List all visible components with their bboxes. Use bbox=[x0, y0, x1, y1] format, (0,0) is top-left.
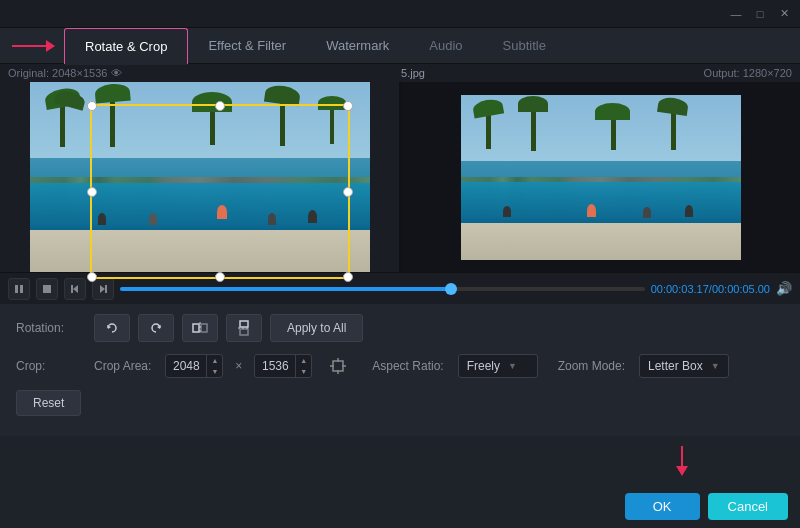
eye-icon[interactable]: 👁 bbox=[111, 67, 122, 79]
crop-width-up[interactable]: ▲ bbox=[207, 355, 222, 366]
crop-width-value: 2048 bbox=[166, 359, 206, 373]
crop-height-value: 1536 bbox=[255, 359, 295, 373]
svg-rect-6 bbox=[105, 285, 107, 293]
svg-rect-12 bbox=[240, 321, 248, 327]
zoom-mode-label: Zoom Mode: bbox=[558, 359, 625, 373]
ok-arrow-line bbox=[681, 446, 683, 466]
flip-vertical-button[interactable] bbox=[226, 314, 262, 342]
next-frame-button[interactable] bbox=[92, 278, 114, 300]
svg-rect-2 bbox=[43, 285, 51, 293]
rotation-label: Rotation: bbox=[16, 321, 86, 335]
rotate-ccw90-button[interactable] bbox=[94, 314, 130, 342]
volume-icon[interactable]: 🔊 bbox=[776, 281, 792, 296]
original-size-label: Original: 2048×1536 bbox=[8, 67, 107, 79]
tab-bar: Rotate & Crop Effect & Filter Watermark … bbox=[0, 28, 800, 64]
svg-rect-0 bbox=[15, 285, 18, 293]
filename-label: 5.jpg bbox=[401, 67, 425, 79]
play-button[interactable] bbox=[8, 278, 30, 300]
svg-rect-10 bbox=[201, 324, 207, 332]
reset-button[interactable]: Reset bbox=[16, 390, 81, 416]
zoom-mode-dropdown-icon: ▼ bbox=[711, 361, 720, 371]
ok-arrow-head bbox=[676, 466, 688, 476]
reset-row: Reset bbox=[16, 390, 784, 416]
progress-thumb[interactable] bbox=[445, 283, 457, 295]
tab-watermark[interactable]: Watermark bbox=[306, 28, 409, 64]
crop-width-spinbox[interactable]: 2048 ▲ ▼ bbox=[165, 354, 223, 378]
svg-rect-15 bbox=[333, 361, 343, 371]
apply-to-all-button[interactable]: Apply to All bbox=[270, 314, 363, 342]
crop-width-down[interactable]: ▼ bbox=[207, 366, 222, 377]
crop-height-down[interactable]: ▼ bbox=[296, 366, 311, 377]
crop-width-arrows[interactable]: ▲ ▼ bbox=[206, 355, 222, 377]
preview-info-bar: Original: 2048×1536 👁 5.jpg Output: 1280… bbox=[0, 64, 800, 82]
prev-frame-button[interactable] bbox=[64, 278, 86, 300]
crop-label: Crop: bbox=[16, 359, 86, 373]
preview-right-panel bbox=[401, 82, 800, 272]
cancel-button[interactable]: Cancel bbox=[708, 493, 788, 520]
preview-left-panel bbox=[0, 82, 401, 272]
tab-rotate-crop[interactable]: Rotate & Crop bbox=[64, 28, 188, 64]
tab-effect-filter[interactable]: Effect & Filter bbox=[188, 28, 306, 64]
crop-x-separator: × bbox=[231, 359, 246, 373]
bottom-bar: OK Cancel bbox=[613, 485, 800, 528]
center-icon[interactable] bbox=[324, 352, 352, 380]
progress-track[interactable] bbox=[120, 287, 645, 291]
svg-rect-1 bbox=[20, 285, 23, 293]
timeline-bar: 00:00:03.17/00:00:05.00 🔊 bbox=[0, 272, 800, 304]
crop-height-up[interactable]: ▲ bbox=[296, 355, 311, 366]
svg-rect-4 bbox=[71, 285, 73, 293]
maximize-button[interactable]: □ bbox=[752, 6, 768, 22]
aspect-ratio-dropdown-icon: ▼ bbox=[508, 361, 517, 371]
stop-button[interactable] bbox=[36, 278, 58, 300]
svg-marker-3 bbox=[73, 285, 78, 293]
crop-row: Crop: Crop Area: 2048 ▲ ▼ × 1536 ▲ ▼ bbox=[16, 352, 784, 380]
zoom-mode-select[interactable]: Letter Box ▼ bbox=[639, 354, 729, 378]
controls-area: Rotation: bbox=[0, 304, 800, 436]
aspect-ratio-label: Aspect Ratio: bbox=[372, 359, 443, 373]
crop-area-label: Crop Area: bbox=[94, 359, 151, 373]
title-bar: — □ ✕ bbox=[0, 0, 800, 28]
ok-button[interactable]: OK bbox=[625, 493, 700, 520]
tab-subtitle[interactable]: Subtitle bbox=[483, 28, 566, 64]
tab-audio[interactable]: Audio bbox=[409, 28, 482, 64]
minimize-button[interactable]: — bbox=[728, 6, 744, 22]
rotate-cw90-button[interactable] bbox=[138, 314, 174, 342]
preview-content bbox=[0, 82, 800, 272]
svg-rect-9 bbox=[193, 324, 199, 332]
aspect-ratio-select[interactable]: Freely ▼ bbox=[458, 354, 538, 378]
svg-marker-5 bbox=[100, 285, 105, 293]
time-display: 00:00:03.17/00:00:05.00 bbox=[651, 283, 770, 295]
svg-rect-13 bbox=[240, 329, 248, 335]
output-size-label: Output: 1280×720 bbox=[704, 67, 792, 79]
flip-horizontal-button[interactable] bbox=[182, 314, 218, 342]
crop-height-arrows[interactable]: ▲ ▼ bbox=[295, 355, 311, 377]
crop-height-spinbox[interactable]: 1536 ▲ ▼ bbox=[254, 354, 312, 378]
progress-fill bbox=[120, 287, 451, 291]
rotation-row: Rotation: bbox=[16, 314, 784, 342]
close-button[interactable]: ✕ bbox=[776, 6, 792, 22]
